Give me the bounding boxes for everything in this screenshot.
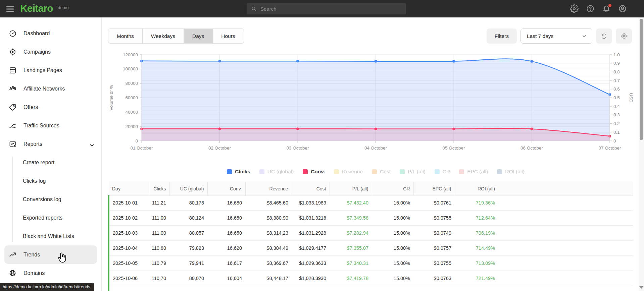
sidebar: Dashboard Campaigns Landings Pages Affil…: [0, 17, 102, 291]
global-search[interactable]: [247, 3, 406, 14]
sidebar-subitem-conversions-log[interactable]: Conversions log: [0, 190, 101, 209]
column-header-clicks[interactable]: Clicks: [148, 182, 169, 195]
account-icon[interactable]: [618, 4, 627, 13]
sidebar-item-label: Dashboard: [23, 31, 50, 37]
search-input[interactable]: [260, 6, 402, 12]
menu-icon[interactable]: [5, 4, 15, 13]
legend-label: Clicks: [235, 169, 250, 175]
svg-text:07 October: 07 October: [599, 146, 621, 151]
svg-text:$: $: [13, 105, 15, 108]
tab-days[interactable]: Days: [184, 29, 213, 43]
landings-icon: [9, 66, 17, 74]
help-glyph: [586, 4, 595, 13]
legend-item-roi-all-[interactable]: ROI (all): [497, 169, 525, 175]
column-header-cr[interactable]: CR: [372, 182, 413, 195]
filters-button[interactable]: Filters: [487, 28, 517, 44]
sidebar-item-offers[interactable]: $ Offers: [0, 98, 101, 116]
svg-text:120000: 120000: [123, 52, 138, 57]
sidebar-item-dashboard[interactable]: Dashboard: [0, 24, 101, 43]
notification-badge: [608, 4, 611, 7]
column-header-conv[interactable]: Conv.: [207, 182, 245, 195]
data-point: [452, 127, 455, 130]
svg-text:05 October: 05 October: [443, 146, 465, 151]
column-header-revenue[interactable]: Revenue: [245, 182, 292, 195]
help-icon[interactable]: [586, 4, 595, 13]
cell-day: 2025-10-01: [109, 195, 148, 211]
sidebar-item-label: Domains: [23, 270, 45, 276]
column-header-pl_all[interactable]: P/L (all): [330, 182, 372, 195]
table-row: 2025-10-05110,7979,94116,617$8,369.67$1,…: [109, 256, 633, 271]
cell-roi_all: 713.09%: [455, 256, 498, 271]
cell-filler: [498, 286, 633, 291]
sidebar-subitem-black-and-white-lists[interactable]: Black and White Lists: [0, 227, 101, 245]
legend-item-epc-all-[interactable]: EPC (all): [459, 169, 488, 175]
cell-cost: $1,033.1989: [292, 195, 330, 211]
settings-icon[interactable]: [570, 4, 579, 13]
legend-item-cr[interactable]: CR: [435, 169, 450, 175]
data-point: [296, 127, 299, 130]
tab-months[interactable]: Months: [108, 29, 143, 43]
sidebar-item-landings-pages[interactable]: Landings Pages: [0, 61, 101, 79]
svg-text:Volume or %: Volume or %: [109, 85, 114, 111]
cell-cr: 15.00%: [372, 241, 413, 256]
chart-settings-button[interactable]: [616, 28, 632, 44]
sidebar-subitem-clicks-log[interactable]: Clicks log: [0, 172, 101, 190]
sidebar-item-affiliate-networks[interactable]: Affiliate Networks: [0, 79, 101, 98]
cell-revenue: $8,369.67: [245, 256, 292, 271]
sidebar-item-campaigns[interactable]: Campaigns: [0, 43, 101, 61]
sidebar-item-traffic-sources[interactable]: Traffic Sources: [0, 116, 101, 135]
legend-item-conv-[interactable]: Conv.: [303, 169, 325, 175]
tab-hours[interactable]: Hours: [213, 29, 243, 43]
table-header-row: DayClicksUC (global)Conv.RevenueCostP/L …: [109, 182, 633, 195]
date-range-dropdown[interactable]: Last 7 days: [521, 28, 592, 44]
legend-swatch: [372, 169, 377, 174]
sidebar-subitem-create-report[interactable]: Create report: [0, 153, 101, 172]
status-url-tooltip: https://demo.keitaro.io/admin/#!/trends/…: [0, 283, 94, 291]
svg-text:01 October: 01 October: [131, 146, 153, 151]
cell-cost: $1,029.4177: [292, 241, 330, 256]
tab-weekdays[interactable]: Weekdays: [143, 29, 184, 43]
column-header-roi_all[interactable]: ROI (all): [455, 182, 498, 195]
notifications-icon[interactable]: [602, 4, 611, 13]
date-range-value: Last 7 days: [527, 33, 581, 39]
sidebar-item-trends[interactable]: Trends: [4, 245, 97, 264]
brand-logo[interactable]: Keitaro: [20, 3, 53, 14]
cell-cr: 15.00%: [372, 286, 413, 291]
cell-cr: 15.00%: [372, 226, 413, 241]
cell-clicks: 110,80: [148, 241, 169, 256]
legend-item-clicks[interactable]: Clicks: [227, 169, 250, 175]
cell-day: 2025-10-06: [109, 271, 148, 286]
svg-text:80000: 80000: [125, 81, 138, 86]
scrollbar-thumb[interactable]: [640, 19, 643, 140]
main-content: MonthsWeekdaysDaysHours Filters Last 7 d…: [102, 17, 639, 291]
sidebar-item-reports[interactable]: Reports: [0, 135, 101, 153]
account-glyph: [618, 4, 627, 13]
svg-text:0: 0: [135, 138, 138, 143]
legend-label: P/L (all): [408, 169, 426, 175]
legend-item-uc-global-[interactable]: UC (global): [259, 169, 294, 175]
cell-pl_all: $7,282.94: [330, 226, 372, 241]
svg-text:0.6: 0.6: [613, 86, 620, 92]
legend-item-p-l-all-[interactable]: P/L (all): [400, 169, 426, 175]
cell-epc_all: $0.0757: [413, 241, 455, 256]
column-header-epc_all[interactable]: EPC (all): [413, 182, 455, 195]
sidebar-subitem-exported-reports[interactable]: Exported reports: [0, 209, 101, 227]
cell-conv: 16,650: [207, 211, 245, 226]
legend-label: Revenue: [342, 169, 363, 175]
legend-item-cost[interactable]: Cost: [372, 169, 391, 175]
refresh-button[interactable]: [596, 28, 612, 44]
column-header-day[interactable]: Day: [109, 182, 148, 195]
cell-filler: [498, 195, 633, 211]
column-header-uc_global[interactable]: UC (global): [169, 182, 207, 195]
sidebar-item-domains[interactable]: Domains: [0, 264, 101, 282]
data-point: [375, 60, 377, 63]
cell-revenue: $8,314.23: [245, 226, 292, 241]
legend-item-revenue[interactable]: Revenue: [334, 169, 363, 175]
cell-filler: [498, 271, 633, 286]
column-header-cost[interactable]: Cost: [292, 182, 330, 195]
cell-epc_all: $0.0763: [413, 271, 455, 286]
cell-roi_all: 712.64%: [455, 211, 498, 226]
svg-text:100000: 100000: [123, 66, 138, 71]
scrollbar-down-arrow[interactable]: [639, 286, 644, 289]
data-point: [218, 127, 221, 130]
